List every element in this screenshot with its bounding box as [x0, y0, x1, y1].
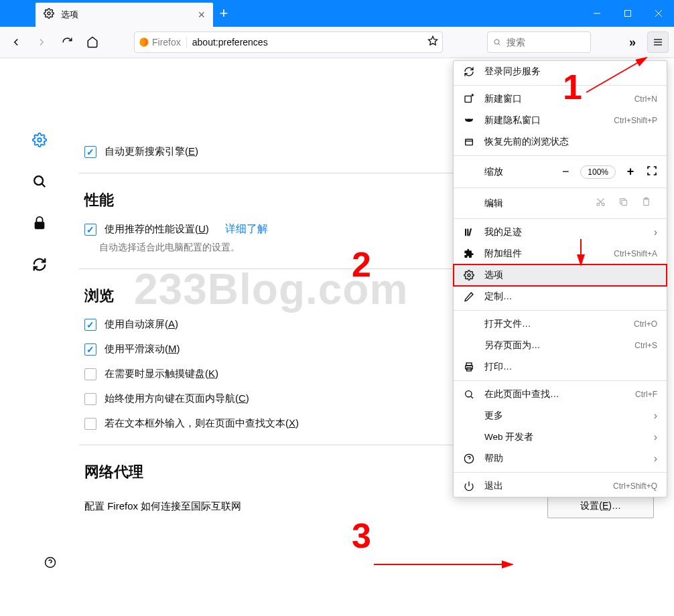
search-icon	[463, 389, 475, 400]
svg-rect-16	[465, 96, 471, 102]
auto-update-search-label: 自动更新搜索引擎(E)	[105, 145, 198, 158]
autoscroll-label: 使用自动滚屏(A)	[105, 318, 178, 331]
reload-button[interactable]	[56, 31, 78, 53]
paste-button[interactable]	[634, 197, 657, 210]
zoom-in-button[interactable]: +	[621, 165, 640, 179]
toolbar: Firefox about:preferences »	[0, 27, 674, 58]
caret-nav-checkbox[interactable]	[84, 393, 96, 405]
zoom-label: 缩放	[484, 166, 556, 178]
menu-new-private[interactable]: 新建隐私窗口Ctrl+Shift+P	[454, 110, 667, 131]
svg-rect-2	[625, 11, 631, 17]
svg-line-8	[498, 44, 500, 45]
tab-close-icon[interactable]: ×	[198, 8, 205, 22]
svg-point-13	[34, 176, 43, 185]
svg-rect-30	[468, 228, 472, 236]
zoom-out-button[interactable]: −	[556, 165, 575, 179]
svg-point-35	[466, 391, 472, 397]
touch-keyboard-checkbox[interactable]	[84, 368, 96, 380]
chevron-right-icon: ›	[654, 453, 657, 465]
browser-tab[interactable]: 选项 ×	[36, 3, 213, 27]
menu-find[interactable]: 在此页面中查找…Ctrl+F	[454, 384, 667, 405]
caret-nav-label: 始终使用方向键在页面内导航(C)	[105, 392, 249, 405]
search-on-type-checkbox[interactable]	[84, 418, 96, 430]
library-icon	[463, 227, 475, 238]
menu-addons[interactable]: 附加组件Ctrl+Shift+A	[454, 243, 667, 264]
home-button[interactable]	[82, 31, 103, 53]
back-button[interactable]	[5, 31, 27, 53]
print-icon	[463, 362, 475, 372]
auto-update-search-checkbox[interactable]	[84, 146, 96, 158]
copy-button[interactable]	[612, 197, 634, 210]
zoom-value: 100%	[580, 165, 616, 179]
sidebar-privacy-icon[interactable]	[31, 215, 48, 231]
chevron-right-icon: ›	[654, 226, 657, 238]
url-text: about:preferences	[192, 37, 427, 48]
edit-label: 编辑	[484, 198, 589, 210]
svg-point-0	[48, 12, 50, 15]
svg-rect-25	[622, 200, 627, 206]
menu-webdev[interactable]: Web 开发者›	[454, 427, 667, 448]
svg-marker-6	[428, 36, 437, 45]
svg-point-7	[494, 40, 499, 44]
new-tab-button[interactable]: +	[213, 0, 234, 27]
menu-new-window[interactable]: 新建窗口Ctrl+N	[454, 88, 667, 110]
close-button[interactable]	[643, 0, 674, 27]
menu-separator	[454, 380, 667, 381]
menu-separator	[454, 472, 667, 473]
menu-restore[interactable]: 恢复先前的浏览状态	[454, 131, 667, 153]
forward-button[interactable]	[31, 31, 52, 53]
menu-separator	[454, 85, 667, 86]
search-box[interactable]	[487, 31, 591, 53]
menu-more[interactable]: 更多›	[454, 405, 667, 427]
annotation-2: 2	[352, 244, 371, 285]
smooth-scroll-label: 使用平滑滚动(M)	[105, 343, 180, 356]
menu-sync[interactable]: 登录同步服务	[454, 61, 667, 82]
menu-open-file[interactable]: 打开文件…Ctrl+O	[454, 313, 667, 335]
learn-more-link[interactable]: 详细了解	[225, 222, 268, 236]
mask-icon	[463, 115, 475, 126]
autoscroll-checkbox[interactable]	[84, 319, 96, 331]
proxy-settings-button[interactable]: 设置(E)…	[547, 494, 654, 518]
svg-rect-19	[466, 139, 473, 145]
sidebar-search-icon[interactable]	[31, 173, 48, 189]
menu-edit-row: 编辑	[454, 191, 667, 216]
annotation-3: 3	[352, 516, 371, 556]
menu-zoom-row: 缩放 − 100% +	[454, 159, 667, 185]
svg-line-14	[42, 183, 45, 187]
bookmark-star-icon[interactable]	[427, 35, 438, 49]
titlebar: 选项 × +	[0, 0, 674, 27]
menu-help[interactable]: 帮助›	[454, 448, 667, 469]
smooth-scroll-checkbox[interactable]	[84, 343, 96, 356]
proxy-desc: 配置 Firefox 如何连接至国际互联网	[84, 500, 241, 513]
hamburger-menu-button[interactable]	[647, 31, 669, 53]
sidebar-general-icon[interactable]	[31, 132, 48, 148]
identity-box[interactable]: Firefox	[139, 37, 187, 48]
fullscreen-button[interactable]	[647, 165, 657, 179]
maximize-button[interactable]	[612, 0, 643, 27]
menu-save-as[interactable]: 另存页面为…Ctrl+S	[454, 335, 667, 356]
help-icon[interactable]	[44, 556, 56, 571]
sidebar-sync-icon[interactable]	[31, 256, 48, 273]
search-input[interactable]	[507, 37, 585, 48]
cut-button[interactable]	[589, 197, 612, 210]
menu-quit[interactable]: 退出Ctrl+Shift+Q	[454, 475, 667, 497]
search-icon	[493, 37, 501, 47]
menu-separator	[454, 187, 667, 188]
overflow-button[interactable]: »	[622, 31, 643, 53]
tab-title: 选项	[61, 9, 78, 21]
restore-icon	[463, 137, 475, 147]
menu-separator	[454, 155, 667, 156]
svg-point-5	[139, 37, 148, 46]
minimize-button[interactable]	[582, 0, 612, 27]
use-recommended-checkbox[interactable]	[84, 224, 96, 236]
window-controls	[582, 0, 674, 27]
menu-customize[interactable]: 定制…	[454, 286, 667, 307]
sync-icon	[463, 66, 475, 77]
url-bar[interactable]: Firefox about:preferences	[134, 31, 443, 53]
annotation-1: 1	[563, 67, 582, 107]
menu-options[interactable]: 选项	[454, 264, 667, 286]
svg-line-36	[471, 396, 473, 398]
menu-separator	[454, 218, 667, 219]
menu-print[interactable]: 打印…	[454, 356, 667, 378]
menu-library[interactable]: 我的足迹›	[454, 222, 667, 243]
